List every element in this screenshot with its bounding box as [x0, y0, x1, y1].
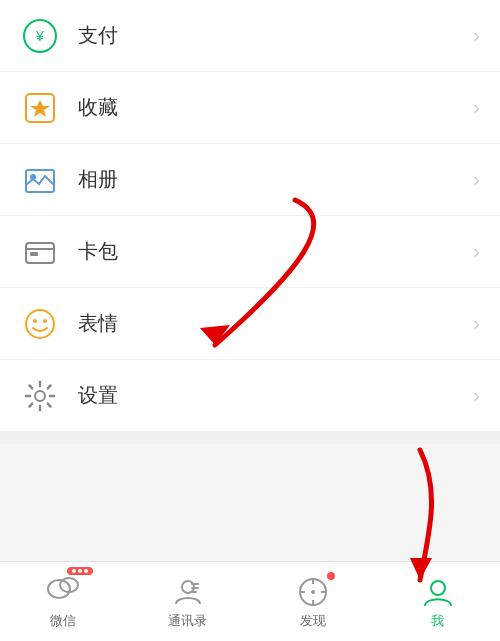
divider [0, 432, 500, 444]
svg-rect-8 [30, 252, 38, 256]
card-icon [20, 232, 60, 272]
album-chevron: › [473, 168, 480, 191]
bottom-navigation: 微信 通讯录 发现 [0, 561, 500, 641]
card-label: 卡包 [78, 238, 473, 265]
svg-point-10 [33, 319, 37, 323]
discover-icon [297, 576, 329, 608]
menu-item-album[interactable]: 相册 › [0, 144, 500, 216]
nav-item-contacts[interactable]: 通讯录 [125, 574, 250, 630]
contacts-icon [172, 576, 204, 608]
wechat-badge [67, 567, 93, 575]
discover-nav-label: 发现 [300, 612, 326, 630]
emoji-icon [20, 304, 60, 344]
payment-icon: ¥ [20, 16, 60, 56]
card-chevron: › [473, 240, 480, 263]
album-icon [20, 160, 60, 200]
menu-list: ¥ 支付 › 收藏 › 相册 › [0, 0, 500, 432]
svg-marker-3 [30, 100, 50, 117]
me-icon-wrap [418, 574, 458, 610]
menu-item-settings[interactable]: 设置 › [0, 360, 500, 432]
wechat-icon [47, 575, 79, 609]
me-nav-label: 我 [431, 612, 444, 630]
menu-item-emoji[interactable]: 表情 › [0, 288, 500, 360]
wechat-nav-label: 微信 [50, 612, 76, 630]
discover-badge [327, 572, 335, 580]
contacts-nav-label: 通讯录 [168, 612, 207, 630]
album-label: 相册 [78, 166, 473, 193]
wechat-icon-wrap [43, 574, 83, 610]
svg-point-12 [35, 391, 45, 401]
discover-icon-wrap [293, 574, 333, 610]
svg-point-5 [30, 174, 36, 180]
nav-item-wechat[interactable]: 微信 [0, 574, 125, 630]
emoji-chevron: › [473, 312, 480, 335]
contacts-icon-wrap [168, 574, 208, 610]
svg-point-9 [26, 310, 54, 338]
payment-chevron: › [473, 24, 480, 47]
settings-label: 设置 [78, 382, 473, 409]
nav-item-me[interactable]: 我 [375, 574, 500, 630]
favorites-icon [20, 88, 60, 128]
svg-point-13 [48, 580, 70, 598]
svg-text:¥: ¥ [35, 28, 44, 44]
menu-item-card[interactable]: 卡包 › [0, 216, 500, 288]
svg-point-25 [431, 581, 445, 595]
settings-chevron: › [473, 384, 480, 407]
menu-item-payment[interactable]: ¥ 支付 › [0, 0, 500, 72]
favorites-chevron: › [473, 96, 480, 119]
settings-icon [20, 376, 60, 416]
me-icon [422, 576, 454, 608]
favorites-label: 收藏 [78, 94, 473, 121]
payment-label: 支付 [78, 22, 473, 49]
nav-item-discover[interactable]: 发现 [250, 574, 375, 630]
svg-point-11 [43, 319, 47, 323]
emoji-label: 表情 [78, 310, 473, 337]
svg-point-20 [311, 590, 315, 594]
menu-item-favorites[interactable]: 收藏 › [0, 72, 500, 144]
